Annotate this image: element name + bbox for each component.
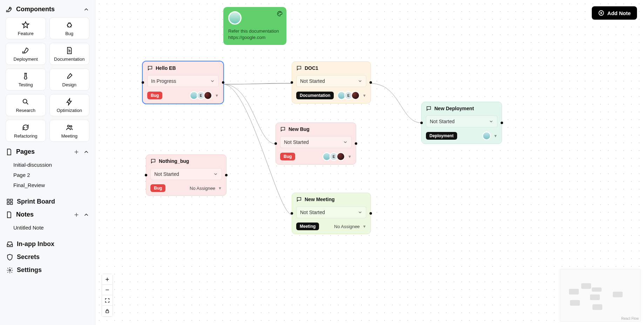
component-bug[interactable]: Bug: [49, 17, 90, 39]
tube-icon: [22, 72, 29, 80]
component-feature[interactable]: Feature: [6, 17, 46, 39]
flow-canvas[interactable]: Add Note Refer this documentation https:…: [95, 0, 644, 325]
node-handle-left[interactable]: [274, 142, 277, 145]
svg-rect-14: [106, 311, 109, 313]
chevron-down-icon: [489, 119, 494, 124]
gear-icon: [6, 267, 13, 274]
node-handle-left[interactable]: [291, 81, 293, 84]
chevron-down-icon: [213, 172, 218, 177]
lock-button[interactable]: [102, 306, 113, 316]
svg-point-9: [9, 269, 11, 271]
star-icon: [22, 21, 29, 29]
component-design[interactable]: Design: [49, 68, 90, 91]
component-refactoring[interactable]: Refactoring: [6, 120, 46, 142]
avatar: [482, 132, 491, 140]
rocket-icon: [6, 6, 13, 13]
svg-rect-7: [7, 202, 9, 204]
assignee-list[interactable]: E ▼: [337, 91, 366, 100]
plus-icon[interactable]: [73, 149, 80, 155]
assignee-list[interactable]: E ▼: [190, 91, 219, 100]
comment-icon: [150, 158, 156, 164]
dropdown-icon[interactable]: ▼: [362, 224, 366, 228]
refresh-icon: [22, 124, 29, 131]
badge-documentation: Documentation: [296, 92, 334, 99]
page-item[interactable]: Page 2: [6, 170, 89, 180]
dropdown-icon[interactable]: ▼: [215, 93, 219, 98]
node-handle-right[interactable]: [370, 212, 372, 215]
notes-header[interactable]: Notes: [6, 211, 89, 218]
page-item[interactable]: Final_Review: [6, 180, 89, 190]
inbox-link[interactable]: In-app Inbox: [6, 238, 89, 251]
component-research[interactable]: Research: [6, 94, 46, 116]
assignee-list[interactable]: E ▼: [323, 152, 352, 161]
node-doc1[interactable]: DOC1 Not Started Documentation E ▼: [292, 61, 371, 104]
settings-link[interactable]: Settings: [6, 264, 89, 277]
node-handle-left[interactable]: [420, 122, 423, 124]
add-note-button[interactable]: Add Note: [592, 6, 637, 20]
components-header[interactable]: Components: [6, 6, 89, 13]
pages-header[interactable]: Pages: [6, 148, 89, 155]
status-select[interactable]: Not Started: [296, 75, 366, 87]
node-new-deployment[interactable]: New Deployment Not Started Deployment ▼: [421, 102, 502, 144]
sticky-note[interactable]: Refer this documentation https://google.…: [223, 7, 286, 45]
badge-meeting: Meeting: [296, 223, 319, 230]
avatar: [228, 11, 242, 25]
component-deployment[interactable]: Deployment: [6, 43, 46, 65]
assignee-list[interactable]: ▼: [482, 132, 497, 140]
component-testing[interactable]: Testing: [6, 68, 46, 91]
zoom-out-button[interactable]: [102, 285, 113, 295]
secrets-link[interactable]: Secrets: [6, 251, 89, 264]
svg-point-2: [23, 99, 27, 103]
badge-bug: Bug: [147, 92, 162, 99]
node-handle-left[interactable]: [291, 212, 293, 215]
minimap[interactable]: React Flow: [560, 269, 640, 321]
comment-icon: [280, 126, 286, 132]
chevron-up-icon[interactable]: [83, 6, 89, 13]
component-grid: Feature Bug Deployment Documentation Tes…: [6, 17, 89, 142]
dropdown-icon[interactable]: ▼: [362, 93, 366, 98]
note-item[interactable]: Untitled Note: [6, 223, 89, 233]
chevron-up-icon[interactable]: [83, 212, 89, 218]
svg-point-12: [279, 12, 280, 13]
node-handle-right[interactable]: [355, 142, 357, 145]
svg-point-0: [9, 8, 11, 9]
node-handle-left[interactable]: [142, 81, 144, 84]
node-handle-right[interactable]: [370, 81, 372, 84]
node-handle-right[interactable]: [222, 81, 224, 84]
dropdown-icon[interactable]: ▼: [348, 154, 352, 159]
component-meeting[interactable]: Meeting: [49, 120, 90, 142]
node-handle-right[interactable]: [501, 122, 503, 124]
component-optimization[interactable]: Optimization: [49, 94, 90, 116]
inbox-icon: [6, 241, 13, 248]
lock-icon: [104, 308, 110, 314]
assignee-list[interactable]: No Assignee ▼: [190, 186, 222, 191]
status-select[interactable]: Not Started: [296, 206, 366, 218]
status-select[interactable]: Not Started: [150, 168, 222, 180]
dropdown-icon[interactable]: ▼: [218, 186, 222, 190]
assignee-list[interactable]: No Assignee ▼: [334, 224, 366, 229]
chevron-up-icon[interactable]: [83, 149, 89, 155]
sprint-board-link[interactable]: Sprint Board: [6, 195, 89, 208]
node-hello-eb[interactable]: Hello EB In Progress Bug E ▼: [143, 61, 223, 104]
users-icon: [66, 124, 73, 131]
brush-icon: [66, 72, 73, 80]
node-new-bug[interactable]: New Bug Not Started Bug E ▼: [276, 122, 356, 165]
minus-icon: [104, 287, 110, 293]
status-select[interactable]: Not Started: [426, 115, 497, 127]
minimap-attribution: React Flow: [621, 317, 639, 320]
fit-view-button[interactable]: [102, 295, 113, 306]
status-select[interactable]: Not Started: [280, 136, 352, 148]
palette-icon[interactable]: [277, 11, 283, 17]
page-item[interactable]: Initial-discussion: [6, 160, 89, 170]
dropdown-icon[interactable]: ▼: [494, 134, 497, 138]
notes-title: Notes: [16, 211, 70, 218]
node-nothing-bug[interactable]: Nothing_bug Not Started Bug No Assignee …: [146, 154, 226, 196]
node-handle-left[interactable]: [145, 174, 147, 177]
chevron-down-icon: [358, 210, 362, 215]
plus-icon[interactable]: [73, 212, 80, 218]
component-documentation[interactable]: Documentation: [49, 43, 90, 65]
zoom-in-button[interactable]: [102, 274, 113, 285]
node-handle-right[interactable]: [225, 174, 228, 177]
status-select[interactable]: In Progress: [147, 75, 219, 87]
node-new-meeting[interactable]: New Meeting Not Started Meeting No Assig…: [292, 193, 371, 234]
